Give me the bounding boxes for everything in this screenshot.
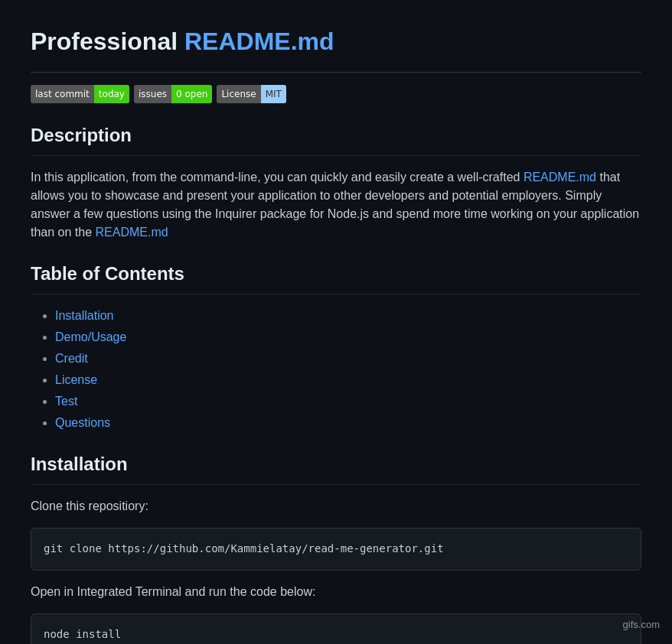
code-node-install: node install — [44, 628, 121, 640]
description-paragraph: In this application, from the command-li… — [31, 168, 641, 242]
toc-link-installation[interactable]: Installation — [55, 309, 114, 322]
code-block-node-install: node install — [31, 613, 641, 644]
installation-heading: Installation — [31, 450, 641, 485]
page-title: Professional README.md — [31, 23, 641, 73]
badge-issues: issues 0 open — [134, 85, 212, 103]
gifs-watermark: gifs.com — [623, 617, 660, 633]
badge-issues-value: 0 open — [171, 85, 212, 103]
list-item: Questions — [55, 414, 641, 432]
badge-license: License MIT — [217, 85, 285, 103]
badge-license-value: MIT — [261, 85, 286, 103]
badge-last-commit-value: today — [94, 85, 129, 103]
toc-list: Installation Demo/Usage Credit License T… — [31, 307, 641, 432]
code-git-clone: git clone https://github.com/Kammielatay… — [44, 542, 444, 555]
list-item: Test — [55, 392, 641, 411]
list-item: License — [55, 371, 641, 389]
badge-last-commit-label: last commit — [31, 85, 94, 103]
list-item: Demo/Usage — [55, 328, 641, 346]
list-item: Installation — [55, 307, 641, 325]
toc-link-credit[interactable]: Credit — [55, 352, 88, 365]
list-item: Credit — [55, 350, 641, 368]
toc-link-questions[interactable]: Questions — [55, 416, 110, 429]
description-readme-link-2[interactable]: README.md — [96, 226, 168, 239]
badge-license-label: License — [217, 85, 260, 103]
toc-link-test[interactable]: Test — [55, 395, 77, 408]
description-readme-link-1[interactable]: README.md — [524, 171, 596, 184]
description-heading: Description — [31, 122, 641, 156]
toc-link-demousage[interactable]: Demo/Usage — [55, 330, 126, 343]
code-block-git-clone: git clone https://github.com/Kammielatay… — [31, 528, 641, 571]
title-prefix: Professional — [31, 28, 184, 55]
badge-last-commit: last commit today — [31, 85, 129, 103]
badge-issues-label: issues — [134, 85, 171, 103]
description-text-1: In this application, from the command-li… — [31, 171, 524, 184]
installation-step1: Clone this repositiory: — [31, 497, 641, 516]
toc-link-license[interactable]: License — [55, 373, 97, 386]
installation-step2: Open in Integrated Terminal and run the … — [31, 583, 641, 601]
toc-heading: Table of Contents — [31, 260, 641, 294]
badges-row: last commit today issues 0 open License … — [31, 85, 641, 103]
readme-title-link[interactable]: README.md — [184, 28, 334, 55]
